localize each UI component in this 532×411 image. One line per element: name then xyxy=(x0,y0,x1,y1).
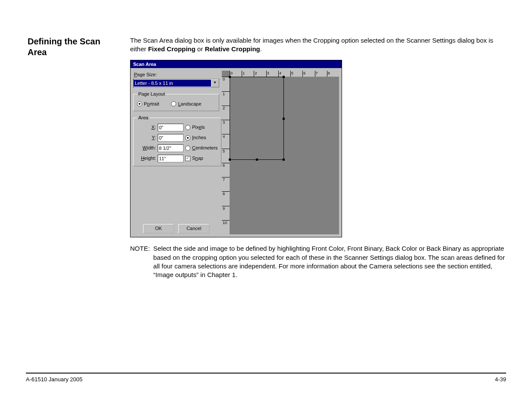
page-size-label: Page Size: xyxy=(134,72,219,78)
ruler-tick: 6 xyxy=(302,71,314,77)
area-legend: Area xyxy=(137,115,149,121)
ruler-tick: 0 xyxy=(230,71,242,77)
preview-canvas[interactable] xyxy=(230,77,339,234)
ruler-tick: 0 xyxy=(222,77,230,91)
portrait-label: Portrait xyxy=(144,101,159,107)
ruler-tick: 5 xyxy=(222,149,230,163)
y-input[interactable] xyxy=(158,134,184,142)
note-label: NOTE: xyxy=(130,244,150,253)
page-size-input[interactable] xyxy=(134,80,211,87)
checkbox-icon: ✓ xyxy=(185,156,190,161)
page-footer: A-61510 January 2005 4-39 xyxy=(26,373,506,383)
footer-left: A-61510 January 2005 xyxy=(26,376,83,383)
page-layout-group: Page Layout Portrait Landscape xyxy=(133,91,219,111)
ruler-tick: 9 xyxy=(222,206,230,220)
resize-handle[interactable] xyxy=(283,159,285,161)
resize-handle[interactable] xyxy=(256,159,258,161)
width-label: Width: xyxy=(137,145,156,151)
intro-bold1: Fixed Cropping xyxy=(148,45,196,53)
chevron-down-icon[interactable]: ▼ xyxy=(211,79,219,87)
intro-bold2: Relative Cropping xyxy=(205,45,260,53)
radio-icon xyxy=(185,135,190,140)
x-input[interactable] xyxy=(158,124,184,131)
resize-handle[interactable] xyxy=(229,76,231,78)
ruler-tick: 2 xyxy=(222,106,230,120)
y-label: Y: xyxy=(137,134,156,141)
ruler-tick: 6 xyxy=(222,163,230,177)
resize-handle[interactable] xyxy=(283,118,285,120)
ruler-tick: 1 xyxy=(242,71,254,77)
radio-icon xyxy=(185,125,190,130)
inches-label: Inches xyxy=(192,134,206,141)
scan-area-dialog: Scan Area Page Size: ▼ Page Layout xyxy=(130,60,342,238)
ruler-tick: 3 xyxy=(266,71,278,77)
x-label: X: xyxy=(137,124,156,131)
inches-radio[interactable]: Inches xyxy=(185,134,218,141)
ruler-tick: 7 xyxy=(315,71,327,77)
pixels-radio[interactable]: Pixels xyxy=(185,124,218,131)
footer-right: 4-39 xyxy=(495,376,506,383)
ruler-tick: 1 xyxy=(222,91,230,106)
resize-handle[interactable] xyxy=(283,76,285,78)
ruler-tick: 5 xyxy=(290,71,302,77)
landscape-radio[interactable]: Landscape xyxy=(171,101,201,107)
dialog-titlebar: Scan Area xyxy=(131,60,342,68)
centimeters-radio[interactable]: Centimeters xyxy=(185,145,218,151)
ruler-tick: 8 xyxy=(327,71,339,77)
portrait-radio[interactable]: Portrait xyxy=(137,101,159,107)
area-group: Area X: Pixels Y: xyxy=(133,115,221,166)
radio-icon xyxy=(185,146,190,151)
intro-mid: or xyxy=(196,45,205,53)
pixels-label: Pixels xyxy=(192,124,205,131)
page-size-combo[interactable]: ▼ xyxy=(133,79,219,87)
page-layout-legend: Page Layout xyxy=(137,91,166,97)
snap-checkbox[interactable]: ✓ Snap xyxy=(185,155,218,162)
cancel-button[interactable]: Cancel xyxy=(178,224,209,234)
height-input[interactable] xyxy=(158,155,184,162)
note-block: NOTE: Select the side and image to be de… xyxy=(130,244,506,279)
snap-label: Snap xyxy=(192,155,203,162)
width-input[interactable] xyxy=(158,144,184,152)
intro-post: . xyxy=(260,45,262,53)
ruler-tick: 10 xyxy=(222,220,230,234)
ruler-tick: 8 xyxy=(222,191,230,206)
ruler-vertical: 0 1 2 3 4 5 6 7 8 9 10 xyxy=(222,77,230,234)
resize-handle[interactable] xyxy=(229,159,231,161)
radio-icon xyxy=(137,101,142,106)
preview-area[interactable]: 0 1 2 3 4 5 6 7 8 0 xyxy=(222,71,339,234)
intro-paragraph: The Scan Area dialog box is only availab… xyxy=(130,36,506,54)
radio-icon xyxy=(171,101,176,106)
ruler-tick: 2 xyxy=(254,71,266,77)
ok-button[interactable]: OK xyxy=(143,224,174,234)
note-text: Select the side and image to be defined … xyxy=(153,244,506,279)
centimeters-label: Centimeters xyxy=(192,145,218,151)
height-label: Height: xyxy=(137,155,156,162)
ruler-tick: 7 xyxy=(222,177,230,191)
landscape-label: Landscape xyxy=(178,101,201,107)
selection-rect[interactable] xyxy=(230,77,284,159)
ruler-tick: 4 xyxy=(222,134,230,148)
ruler-tick: 3 xyxy=(222,120,230,134)
section-heading: Defining the Scan Area xyxy=(28,36,118,58)
